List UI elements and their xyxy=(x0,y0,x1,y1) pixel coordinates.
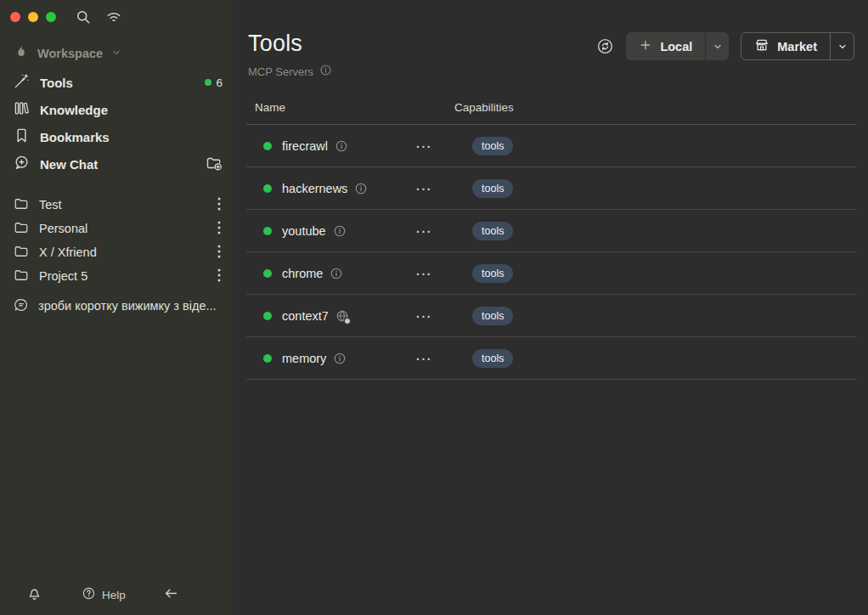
sidebar-item-label: Knowledge xyxy=(40,103,108,117)
table-row[interactable]: youtube ... tools xyxy=(246,210,856,252)
subtitle-label: MCP Servers xyxy=(248,65,313,78)
table-row[interactable]: firecrawl ... tools xyxy=(246,125,856,167)
sidebar-item-bookmarks[interactable]: Bookmarks xyxy=(0,123,233,150)
globe-badge-dot xyxy=(344,318,351,324)
search-icon[interactable] xyxy=(75,8,92,25)
page-subtitle: MCP Servers xyxy=(248,64,868,79)
close-button[interactable] xyxy=(10,12,20,22)
sidebar-folder-test[interactable]: Test xyxy=(0,193,233,217)
sidebar-item-new-chat[interactable]: New Chat xyxy=(0,150,233,178)
folder-menu-icon[interactable] xyxy=(212,243,226,262)
storefront-icon xyxy=(754,37,769,55)
table-row[interactable]: memory ... tools xyxy=(246,337,856,380)
capability-badge: tools xyxy=(472,179,513,198)
server-description: ... xyxy=(416,349,432,363)
collapse-sidebar-icon[interactable] xyxy=(163,585,179,605)
library-icon xyxy=(14,100,30,119)
help-button[interactable]: Help xyxy=(82,586,126,603)
info-icon[interactable] xyxy=(333,352,347,365)
table-row[interactable]: context7 ... tools xyxy=(246,295,856,337)
app-window: Workspace Tools 6 Knowledge xyxy=(0,0,868,615)
info-icon[interactable] xyxy=(330,267,343,280)
info-icon[interactable] xyxy=(354,182,368,195)
capability-badge: tools xyxy=(472,264,513,283)
new-folder-icon[interactable] xyxy=(206,155,223,174)
sidebar-item-label: New Chat xyxy=(40,157,98,172)
workspace-label: Workspace xyxy=(37,47,103,60)
refresh-icon[interactable] xyxy=(596,37,614,55)
main-content: Tools MCP Servers Local xyxy=(233,0,868,615)
status-dot-icon xyxy=(263,269,272,278)
plus-icon xyxy=(639,38,652,54)
status-dot-icon xyxy=(263,312,272,320)
folder-icon xyxy=(14,196,29,214)
folder-label: Personal xyxy=(39,222,87,235)
wand-icon xyxy=(14,73,30,92)
titlebar-icons xyxy=(75,8,122,25)
capability-badge: tools xyxy=(472,307,513,325)
table-row[interactable]: chrome ... tools xyxy=(246,252,856,295)
server-name: memory xyxy=(282,352,326,365)
add-local-label: Local xyxy=(660,40,692,54)
status-dot-icon xyxy=(263,354,272,363)
folder-menu-icon[interactable] xyxy=(212,267,226,286)
new-chat-icon xyxy=(14,155,30,173)
server-description: ... xyxy=(416,222,432,235)
folder-icon xyxy=(14,244,29,262)
chevron-down-icon xyxy=(111,47,121,60)
minimize-button[interactable] xyxy=(28,12,38,22)
local-dropdown-caret[interactable] xyxy=(706,32,729,60)
sidebar-item-tools[interactable]: Tools 6 xyxy=(0,69,233,96)
table-header: Name Capabilities xyxy=(246,96,856,125)
add-local-main[interactable]: Local xyxy=(626,32,706,60)
status-dot-icon xyxy=(205,79,211,86)
sidebar-chat-item[interactable]: зроби коротку вижимку з віде... xyxy=(0,293,233,319)
folder-label: Test xyxy=(39,198,62,212)
server-description: ... xyxy=(416,264,432,278)
table-row[interactable]: hackernews ... tools xyxy=(246,167,856,210)
server-description: ... xyxy=(416,179,432,193)
server-name: chrome xyxy=(282,267,323,280)
folder-label: X / Xfriend xyxy=(39,245,97,259)
bookmark-icon xyxy=(14,127,30,146)
market-button[interactable]: Market xyxy=(741,32,854,60)
sidebar-folder-personal[interactable]: Personal xyxy=(0,217,233,240)
sidebar: Workspace Tools 6 Knowledge xyxy=(0,0,233,615)
folder-menu-icon[interactable] xyxy=(212,195,226,215)
info-icon[interactable] xyxy=(333,224,347,238)
zoom-button[interactable] xyxy=(46,12,56,22)
market-label: Market xyxy=(777,40,817,54)
status-dot-icon xyxy=(263,142,272,150)
info-icon[interactable] xyxy=(335,139,348,153)
chat-bubble-icon xyxy=(14,297,29,315)
column-header-name: Name xyxy=(255,101,285,114)
market-dropdown-caret[interactable] xyxy=(831,33,854,59)
market-main[interactable]: Market xyxy=(741,33,831,59)
add-local-button[interactable]: Local xyxy=(626,32,729,60)
server-name: youtube xyxy=(282,224,326,238)
sidebar-item-label: Bookmarks xyxy=(40,130,110,144)
status-dot-icon xyxy=(263,184,272,193)
sidebar-folder-x-xfriend[interactable]: X / Xfriend xyxy=(0,240,233,264)
mcp-server-table: Name Capabilities firecrawl ... tools ha… xyxy=(246,96,856,380)
chat-title: зроби коротку вижимку з віде... xyxy=(38,299,217,313)
folder-label: Project 5 xyxy=(39,269,87,283)
sidebar-item-knowledge[interactable]: Knowledge xyxy=(0,96,233,123)
globe-info-icon[interactable] xyxy=(335,309,349,323)
help-label: Help xyxy=(102,589,126,601)
capability-badge: tools xyxy=(472,349,513,368)
server-name: firecrawl xyxy=(282,139,328,153)
capability-badge: tools xyxy=(472,222,513,240)
info-icon[interactable] xyxy=(319,64,332,79)
bell-icon[interactable] xyxy=(26,585,42,605)
folder-list: Test Personal X / Xfriend xyxy=(0,193,233,288)
sidebar-item-label: Tools xyxy=(40,76,73,90)
wifi-icon[interactable] xyxy=(105,8,122,25)
server-name: hackernews xyxy=(282,182,347,195)
column-header-capabilities: Capabilities xyxy=(454,101,514,114)
sidebar-folder-project-5[interactable]: Project 5 xyxy=(0,264,233,288)
server-description: ... xyxy=(416,137,432,150)
status-dot-icon xyxy=(263,227,272,235)
workspace-switcher[interactable]: Workspace xyxy=(0,34,233,69)
folder-menu-icon[interactable] xyxy=(212,219,226,239)
